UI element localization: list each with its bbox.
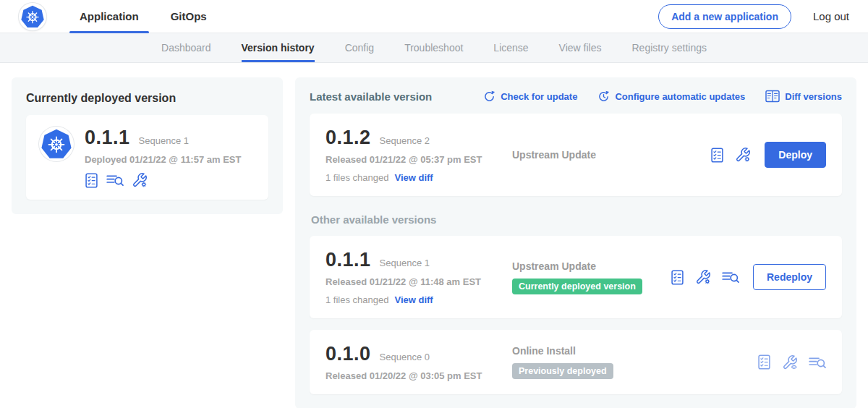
config-gear-icon[interactable] [132, 172, 148, 188]
diff-versions-label: Diff versions [785, 91, 842, 102]
preflight-checklist-icon[interactable] [85, 173, 98, 188]
deploy-button[interactable]: Deploy [765, 142, 826, 168]
configure-automatic-updates-link[interactable]: Configure automatic updates [597, 90, 745, 103]
deploy-logs-icon[interactable] [809, 355, 826, 370]
previously-deployed-badge: Previously deployed [512, 363, 613, 379]
deployed-version-card: 0.1.1 Sequence 1 Deployed 01/21/22 @ 11:… [26, 115, 268, 200]
subtab-view-files[interactable]: View files [559, 33, 602, 62]
version-source-label: Online Install [512, 345, 757, 357]
deploy-logs-icon[interactable] [106, 173, 124, 187]
version-source-label: Upstream Update [512, 260, 671, 272]
tab-gitops-label: GitOps [171, 10, 207, 22]
tab-application[interactable]: Application [69, 0, 149, 33]
files-changed-label: 1 files changed [326, 172, 388, 183]
latest-available-title: Latest available version [310, 90, 432, 103]
currently-deployed-badge: Currently deployed version [512, 279, 642, 294]
config-gear-icon[interactable] [735, 147, 751, 163]
kubernetes-logo-icon [19, 3, 46, 30]
subtab-license[interactable]: License [493, 33, 528, 62]
check-for-update-link[interactable]: Check for update [483, 90, 577, 103]
subtab-config[interactable]: Config [345, 33, 374, 62]
sequence-label: Sequence 0 [380, 352, 430, 362]
refresh-icon [483, 90, 495, 103]
preflight-checklist-icon[interactable] [671, 270, 684, 285]
check-for-update-label: Check for update [501, 91, 577, 102]
tab-gitops[interactable]: GitOps [161, 0, 217, 33]
version-number: 0.1.0 [326, 343, 371, 365]
version-number: 0.1.2 [326, 127, 371, 149]
tab-application-label: Application [80, 10, 139, 22]
auto-update-icon [597, 90, 610, 103]
currently-deployed-title: Currently deployed version [26, 92, 268, 105]
version-row-0-1-2: 0.1.2 Sequence 2 Released 01/21/22 @ 05:… [310, 114, 842, 196]
subtab-registry-settings[interactable]: Registry settings [632, 33, 707, 62]
files-changed-label: 1 files changed [326, 294, 388, 305]
sequence-label: Sequence 1 [380, 258, 430, 268]
other-available-title: Other available versions [311, 213, 841, 226]
configure-automatic-updates-label: Configure automatic updates [615, 91, 745, 102]
released-timestamp: Released 01/20/22 @ 03:05 pm EST [326, 370, 512, 381]
diff-icon [765, 90, 780, 103]
deployed-timestamp: Deployed 01/21/22 @ 11:57 am EST [85, 154, 241, 165]
config-gear-icon[interactable] [695, 269, 711, 285]
top-header: Application GitOps Add a new application… [0, 0, 868, 33]
version-history-panel: Latest available version Check for updat… [295, 77, 856, 408]
subtab-version-history[interactable]: Version history [242, 33, 315, 62]
header-tabs: Application GitOps [69, 0, 229, 33]
add-application-button[interactable]: Add a new application [658, 4, 791, 29]
preflight-checklist-icon[interactable] [757, 354, 771, 370]
diff-versions-link[interactable]: Diff versions [765, 90, 842, 103]
version-row-0-1-0: 0.1.0 Sequence 0 Released 01/20/22 @ 03:… [310, 330, 842, 394]
deployed-sequence-label: Sequence 1 [139, 135, 189, 146]
version-number: 0.1.1 [326, 249, 371, 271]
preflight-checklist-icon[interactable] [710, 148, 724, 163]
version-row-0-1-1: 0.1.1 Sequence 1 Released 01/21/22 @ 11:… [310, 236, 842, 318]
version-source-label: Upstream Update [512, 149, 710, 161]
logout-button[interactable]: Log out [813, 10, 849, 22]
config-view-icon[interactable] [782, 354, 798, 370]
deployed-version-number: 0.1.1 [85, 127, 130, 149]
view-diff-link[interactable]: View diff [394, 172, 433, 183]
released-timestamp: Released 01/21/22 @ 11:48 am EST [326, 276, 512, 287]
main-content: Currently deployed version 0.1.1 Sequenc… [0, 63, 868, 408]
redeploy-button[interactable]: Redeploy [753, 264, 826, 290]
deploy-logs-icon[interactable] [722, 270, 739, 284]
sequence-label: Sequence 2 [380, 135, 430, 146]
app-subnav: Dashboard Version history Config Trouble… [0, 33, 868, 63]
currently-deployed-card: Currently deployed version 0.1.1 Sequenc… [12, 77, 283, 214]
subtab-troubleshoot[interactable]: Troubleshoot [404, 33, 463, 62]
subtab-dashboard[interactable]: Dashboard [161, 33, 211, 62]
released-timestamp: Released 01/21/22 @ 05:37 pm EST [326, 154, 512, 165]
kubernetes-logo-icon [39, 127, 74, 161]
view-diff-link[interactable]: View diff [394, 294, 433, 305]
